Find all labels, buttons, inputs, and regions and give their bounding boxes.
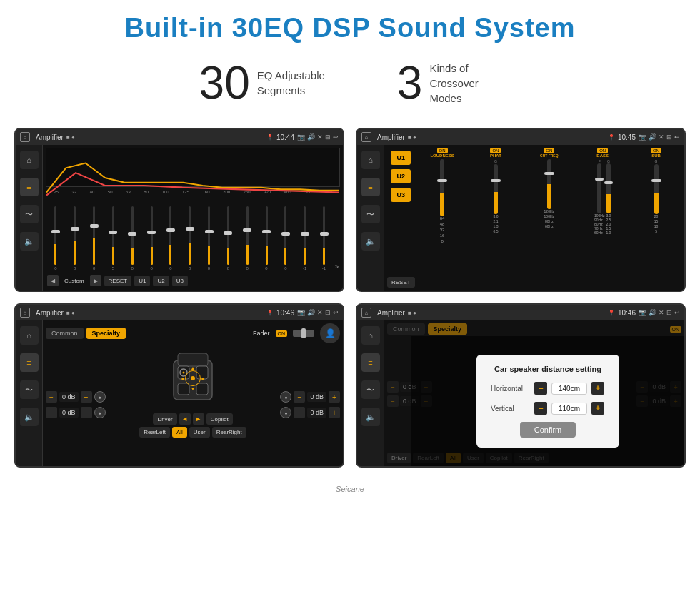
cutfreq-on[interactable]: ON bbox=[544, 148, 554, 153]
eq-slider-3[interactable]: 0 bbox=[86, 206, 103, 271]
eq-slider-1[interactable]: 0 bbox=[47, 206, 64, 271]
nav-down-icon: ▼ bbox=[191, 386, 196, 391]
u3-btn[interactable]: U3 bbox=[172, 276, 188, 286]
u1-btn[interactable]: U1 bbox=[134, 276, 150, 286]
crossover-u3-btn[interactable]: U3 bbox=[391, 188, 411, 202]
distance-volume-icon: 🔊 bbox=[649, 309, 656, 316]
distance-sidebar-wave[interactable]: 〜 bbox=[361, 380, 380, 399]
eq-slider-5[interactable]: 0 bbox=[124, 206, 141, 271]
eq-slider-6[interactable]: 0 bbox=[143, 206, 160, 271]
rearleft-btn[interactable]: RearLeft bbox=[139, 427, 170, 438]
stats-row: 30 EQ Adjustable Segments 3 Kinds of Cro… bbox=[0, 51, 700, 121]
crossover-reset-btn[interactable]: RESET bbox=[387, 277, 415, 288]
right-ch1-plus[interactable]: + bbox=[329, 391, 340, 403]
eq-slider-4[interactable]: 5 bbox=[104, 206, 121, 271]
bass-on[interactable]: ON bbox=[597, 148, 608, 153]
eq-slider-8[interactable]: 0 bbox=[181, 206, 199, 271]
right-arrow-icon[interactable]: ► bbox=[193, 413, 204, 425]
vertical-minus[interactable]: − bbox=[534, 402, 547, 415]
vertical-plus[interactable]: + bbox=[591, 402, 604, 415]
eq-slider-10[interactable]: 0 bbox=[219, 206, 236, 271]
crossover-sidebar-speaker[interactable]: 🔈 bbox=[361, 232, 380, 251]
confirm-button[interactable]: Confirm bbox=[520, 422, 576, 438]
horizontal-minus[interactable]: − bbox=[534, 382, 547, 395]
bass-g-slider[interactable] bbox=[606, 163, 611, 213]
fader-label: Fader bbox=[253, 330, 270, 337]
crossover-sidebar-wave[interactable]: 〜 bbox=[361, 205, 380, 223]
horizontal-plus[interactable]: + bbox=[591, 382, 604, 395]
sidebar-home-icon[interactable]: ⌂ bbox=[20, 151, 39, 169]
next-btn[interactable]: ▶ bbox=[90, 275, 101, 286]
eq-slider-15[interactable]: -1 bbox=[316, 206, 333, 271]
all-btn[interactable]: All bbox=[172, 427, 187, 438]
speaker-main: − 0 dB + ● − 0 dB + ● bbox=[46, 346, 340, 463]
sidebar-wave-icon[interactable]: 〜 bbox=[20, 205, 39, 223]
eq-slider-14[interactable]: -1 bbox=[296, 206, 314, 271]
prev-btn[interactable]: ◀ bbox=[47, 275, 59, 286]
right-ch2-plus[interactable]: + bbox=[329, 407, 340, 418]
driver-btn[interactable]: Driver bbox=[153, 413, 176, 425]
eq-slider-13[interactable]: 0 bbox=[277, 206, 294, 271]
cutfreq-label: CUT FREQ bbox=[540, 153, 559, 158]
crossover-sidebar-home[interactable]: ⌂ bbox=[361, 151, 380, 169]
crossover-screen-title: Amplifier bbox=[377, 133, 405, 141]
left-ch1-minus[interactable]: − bbox=[46, 391, 57, 403]
home-icon[interactable]: ⌂ bbox=[20, 132, 30, 142]
eq-slider-7[interactable]: 0 bbox=[162, 206, 179, 271]
crossover-u2-btn[interactable]: U2 bbox=[391, 169, 411, 183]
left-ch2-minus[interactable]: − bbox=[46, 407, 57, 418]
sidebar-eq-icon[interactable]: ≡ bbox=[20, 178, 39, 196]
avatar-icon[interactable]: 👤 bbox=[320, 323, 340, 343]
distance-topbar-icons: 📷 🔊 ✕ ⊟ ↩ bbox=[639, 309, 680, 316]
crossover-home-icon[interactable]: ⌂ bbox=[361, 132, 371, 142]
eq-content: 25 32 40 50 63 80 100 125 160 200 250 32… bbox=[43, 145, 343, 291]
sub-on[interactable]: ON bbox=[651, 148, 661, 153]
bass-f-slider[interactable] bbox=[597, 163, 601, 213]
distance-back-icon: ↩ bbox=[674, 309, 680, 316]
speaker-sidebar-eq[interactable]: ≡ bbox=[20, 353, 39, 372]
speaker-tab-row: Common Specialty Fader ON 👤 bbox=[46, 323, 340, 343]
eq-slider-11[interactable]: 0 bbox=[239, 206, 256, 271]
distance-sidebar-eq[interactable]: ≡ bbox=[361, 353, 380, 372]
distance-home-icon[interactable]: ⌂ bbox=[361, 308, 371, 318]
reset-btn[interactable]: RESET bbox=[104, 276, 132, 286]
phat-label: PHAT bbox=[490, 153, 501, 158]
distance-topbar: ⌂ Amplifier ■ ● 📍 10:46 📷 🔊 ✕ ⊟ ↩ bbox=[357, 305, 684, 320]
crossover-u1-btn[interactable]: U1 bbox=[391, 151, 411, 165]
nav-cross[interactable]: ▲ ▼ ◄ ► bbox=[185, 370, 201, 386]
rearright-btn[interactable]: RearRight bbox=[212, 427, 246, 438]
crossover-sidebar-eq[interactable]: ≡ bbox=[361, 178, 380, 196]
speaker-sidebar-wave[interactable]: 〜 bbox=[20, 380, 39, 399]
eq-slider-12[interactable]: 0 bbox=[258, 206, 275, 271]
sub-slider[interactable] bbox=[654, 164, 659, 214]
distance-sidebar-speaker[interactable]: 🔈 bbox=[361, 408, 380, 426]
right-ch1-minus[interactable]: − bbox=[294, 391, 305, 403]
speaker-sidebar-home[interactable]: ⌂ bbox=[20, 326, 39, 345]
phat-slider[interactable] bbox=[494, 164, 498, 214]
common-tab[interactable]: Common bbox=[46, 328, 84, 339]
expand-icon[interactable]: » bbox=[334, 263, 339, 271]
loudness-on[interactable]: ON bbox=[437, 148, 448, 153]
left-ch1-plus[interactable]: + bbox=[81, 391, 92, 403]
cutfreq-slider[interactable] bbox=[547, 159, 551, 209]
sidebar-speaker-icon[interactable]: 🔈 bbox=[20, 232, 39, 251]
crossover-number: 3 bbox=[397, 60, 423, 106]
horizontal-row: Horizontal − 140cm + bbox=[491, 382, 605, 395]
left-ch2-plus[interactable]: + bbox=[81, 407, 92, 418]
eq-slider-2[interactable]: 0 bbox=[66, 206, 84, 271]
speaker-home-icon[interactable]: ⌂ bbox=[20, 308, 30, 318]
right-ch2-minus[interactable]: − bbox=[294, 407, 305, 418]
eq-slider-9[interactable]: 0 bbox=[201, 206, 218, 271]
speaker-sidebar-speaker[interactable]: 🔈 bbox=[20, 408, 39, 426]
copilot-btn[interactable]: Copilot bbox=[206, 413, 233, 425]
u2-btn[interactable]: U2 bbox=[153, 276, 169, 286]
speaker-dot-1: ● bbox=[94, 391, 106, 403]
user-btn[interactable]: User bbox=[189, 427, 210, 438]
distance-sidebar-home[interactable]: ⌂ bbox=[361, 326, 380, 345]
specialty-tab[interactable]: Specialty bbox=[86, 328, 126, 339]
band-sub: ON SUB G 2015105 bbox=[631, 148, 681, 288]
fader-track[interactable] bbox=[293, 330, 314, 337]
left-arrow-icon[interactable]: ◄ bbox=[179, 413, 191, 425]
loudness-slider[interactable] bbox=[440, 159, 444, 216]
phat-on[interactable]: ON bbox=[490, 148, 501, 153]
